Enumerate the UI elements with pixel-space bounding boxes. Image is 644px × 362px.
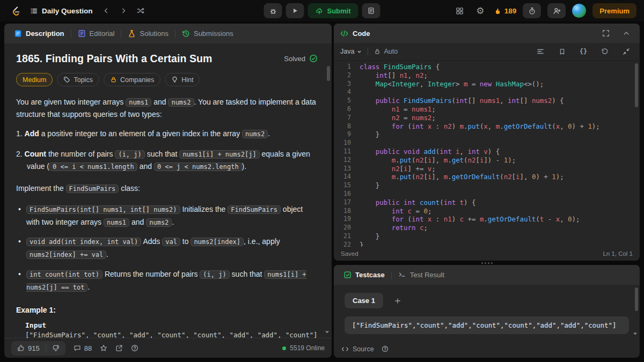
expand-panel-button[interactable] — [599, 26, 613, 40]
lock-icon — [110, 76, 117, 83]
layout-button[interactable] — [453, 4, 467, 18]
thumbs-down-icon — [52, 344, 60, 352]
nav-label: Daily Question — [42, 7, 93, 15]
question-icon — [131, 344, 138, 352]
dislike-button[interactable] — [52, 344, 60, 352]
grid-icon — [456, 7, 464, 15]
tab-testcase[interactable]: Testcase — [338, 265, 390, 285]
user-avatar[interactable] — [572, 4, 586, 18]
check-circle-icon — [309, 54, 318, 63]
divider — [71, 30, 71, 38]
like-count: 915 — [28, 344, 40, 352]
tab-solutions[interactable]: Solutions — [122, 24, 173, 43]
tab-submissions[interactable]: Submissions — [177, 24, 239, 43]
chevron-left-icon — [103, 7, 110, 14]
timer-button[interactable] — [523, 3, 541, 18]
fullscreen-icon — [602, 29, 610, 37]
difficulty-badge[interactable]: Medium — [16, 73, 53, 86]
shuffle-button[interactable] — [134, 4, 148, 18]
chip-label: Topics — [74, 76, 92, 84]
method-bullet: void add(int index, int val) Adds val to… — [16, 235, 318, 261]
submit-label: Submit — [327, 7, 350, 15]
solved-label: Solved — [284, 55, 305, 63]
format-button[interactable] — [533, 45, 547, 58]
minimize-editor-button[interactable] — [619, 45, 633, 58]
panel-resize-handle[interactable] — [334, 261, 640, 265]
next-question-button[interactable] — [116, 4, 130, 18]
source-link[interactable]: Source — [341, 345, 374, 353]
online-status: 5519 Online — [282, 344, 325, 352]
difficulty-label: Medium — [23, 76, 46, 84]
code-editor[interactable]: 12345678910111213141516171819202122 clas… — [334, 61, 640, 247]
tab-editorial[interactable]: Editorial — [72, 24, 120, 43]
chevron-right-icon — [120, 7, 127, 14]
companies-chip[interactable]: Companies — [104, 73, 160, 86]
scroll-down-button[interactable] — [324, 329, 331, 336]
chevron-down-icon — [357, 49, 362, 54]
prev-question-button[interactable] — [99, 4, 113, 18]
testcase-help-button[interactable] — [378, 342, 392, 356]
leetcode-logo[interactable] — [8, 3, 24, 19]
comments-button[interactable]: 88 — [74, 344, 92, 352]
description-scrollbar-thumb[interactable] — [327, 66, 330, 81]
testcase-footer: Source — [334, 340, 640, 358]
favorite-button[interactable] — [100, 344, 107, 352]
snippets-button[interactable]: {} — [576, 45, 590, 58]
reset-code-button[interactable] — [598, 45, 612, 58]
editor-statusbar: Saved Ln 1, Col 1 — [334, 247, 640, 261]
testcase-input[interactable]: ["FindSumPairs","count","add","count","c… — [345, 316, 629, 334]
check-square-icon — [343, 271, 352, 279]
code-panel-title: Code — [353, 29, 370, 38]
testcase-tabbar: Testcase Test Result — [334, 265, 640, 285]
play-icon — [291, 7, 298, 14]
editor-lines[interactable]: class FindSumPairs { int[] n1, n2; Map<I… — [360, 63, 640, 247]
debug-button[interactable] — [264, 3, 282, 18]
case-tab[interactable]: Case 1 — [345, 293, 383, 308]
add-user-button[interactable] — [547, 3, 566, 18]
collapse-panel-button[interactable] — [619, 26, 633, 40]
page-title: 1865. Finding Pairs With a Certain Sum — [16, 53, 213, 65]
share-icon — [115, 344, 123, 352]
history-icon — [182, 29, 190, 38]
editor-scrollbar-thumb[interactable] — [635, 63, 638, 107]
daily-question-nav[interactable]: Daily Question — [27, 5, 96, 17]
flask-icon — [128, 29, 136, 38]
gear-icon: ⚙ — [476, 6, 484, 16]
user-plus-icon — [553, 7, 561, 15]
testcase-scrollbar-thumb[interactable] — [635, 287, 638, 311]
lightbulb-icon — [171, 76, 178, 83]
settings-button[interactable]: ⚙ — [473, 4, 487, 18]
submit-button[interactable]: Submit — [308, 3, 358, 18]
share-button[interactable] — [115, 344, 123, 352]
streak-count: 189 — [504, 7, 517, 15]
like-button[interactable]: 915 — [17, 344, 40, 352]
bookmark-icon — [559, 48, 566, 55]
topics-chip[interactable]: Topics — [57, 73, 99, 86]
plus-icon — [394, 297, 401, 305]
autocomplete-toggle[interactable]: Auto — [374, 48, 398, 55]
description-tabbar: Description Editorial Solutions — [4, 24, 332, 43]
premium-button[interactable]: Premium — [592, 3, 636, 18]
hint-chip[interactable]: Hint — [165, 73, 200, 86]
testcase-panel: Testcase Test Result Case 1 — [334, 265, 640, 358]
code-panel-header: Code — [334, 24, 640, 43]
source-label: Source — [353, 345, 374, 353]
solved-status: Solved — [284, 54, 318, 63]
notes-button[interactable] — [362, 3, 380, 18]
tab-test-result[interactable]: Test Result — [393, 265, 450, 285]
tab-description[interactable]: Description — [9, 24, 70, 43]
help-button[interactable] — [131, 344, 138, 352]
tab-label: Solutions — [140, 29, 168, 38]
editorial-icon — [78, 29, 86, 38]
shuffle-icon — [137, 7, 144, 14]
streak-counter[interactable]: 189 — [494, 7, 517, 15]
run-button[interactable] — [286, 3, 304, 18]
bookmark-button[interactable] — [555, 45, 569, 58]
description-icon — [14, 29, 22, 38]
language-select[interactable]: Java — [340, 48, 362, 55]
terminal-icon — [398, 271, 406, 279]
add-case-button[interactable] — [391, 294, 405, 308]
testcase-scroll-down-button[interactable] — [632, 330, 639, 337]
cloud-upload-icon — [315, 7, 323, 15]
tag-icon — [63, 76, 70, 83]
